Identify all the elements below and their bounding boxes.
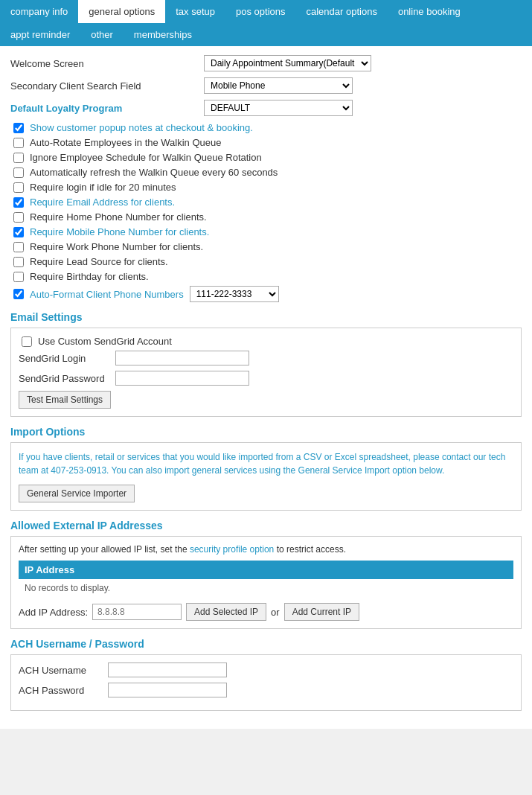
checkbox-row-1: Auto-Rotate Employees in the Walkin Queu… bbox=[10, 137, 522, 148]
checkbox-label-10: Require Birthday for clients. bbox=[30, 271, 149, 282]
email-settings-header: Email Settings bbox=[10, 311, 522, 323]
nav-row2: appt reminder other memberships bbox=[0, 23, 532, 46]
ip-table-header: IP Address bbox=[19, 561, 434, 579]
checkbox-1[interactable] bbox=[13, 138, 24, 148]
sendgrid-login-input[interactable] bbox=[115, 351, 249, 365]
phone-format-row: Auto-Format Client Phone Numbers 111-222… bbox=[10, 286, 522, 302]
security-profile-link[interactable]: security profile option bbox=[190, 544, 274, 555]
nav-tax-setup[interactable]: tax setup bbox=[165, 0, 225, 23]
nav-row1: company info general options tax setup p… bbox=[0, 0, 532, 23]
nav-general-options[interactable]: general options bbox=[78, 0, 165, 23]
loyalty-label: Default Loyalty Program bbox=[10, 103, 204, 114]
checkbox-row-5: Require Email Address for clients. bbox=[10, 197, 522, 208]
checkbox-8[interactable] bbox=[13, 242, 24, 252]
checkbox-10[interactable] bbox=[13, 272, 24, 282]
checkbox-label-2: Ignore Employee Schedule for Walkin Queu… bbox=[30, 152, 262, 163]
checkbox-label-0: Show customer popup notes at checkout & … bbox=[30, 122, 253, 133]
loyalty-select[interactable]: DEFAULT bbox=[204, 100, 353, 116]
ach-password-label: ACH Password bbox=[19, 685, 108, 696]
ip-table-header2 bbox=[434, 561, 513, 579]
import-description: If you have clients, retail or services … bbox=[19, 450, 513, 477]
phone-format-label: Auto-Format Client Phone Numbers bbox=[30, 289, 184, 300]
checkbox-row-4: Require login if idle for 20 minutes bbox=[10, 182, 522, 193]
custom-sendgrid-label: Use Custom SendGrid Account bbox=[38, 336, 172, 347]
ach-password-input[interactable] bbox=[108, 683, 227, 697]
ach-username-row: ACH Username bbox=[19, 662, 513, 677]
checkbox-row-2: Ignore Employee Schedule for Walkin Queu… bbox=[10, 152, 522, 163]
welcome-screen-label: Welcome Screen bbox=[10, 58, 204, 69]
nav-appt-reminder[interactable]: appt reminder bbox=[0, 23, 80, 46]
nav-memberships[interactable]: memberships bbox=[124, 23, 202, 46]
nav-online-booking[interactable]: online booking bbox=[388, 0, 471, 23]
custom-sendgrid-checkbox[interactable] bbox=[22, 336, 32, 347]
nav-other[interactable]: other bbox=[80, 23, 124, 46]
ip-addresses-header: Allowed External IP Addresses bbox=[10, 520, 522, 531]
checkbox-4[interactable] bbox=[13, 182, 24, 193]
secondary-client-row: Secondary Client Search Field Mobile Pho… bbox=[10, 77, 522, 94]
checkbox-row-8: Require Work Phone Number for clients. bbox=[10, 241, 522, 252]
sendgrid-login-row: SendGrid Login bbox=[19, 351, 513, 365]
nav-company-info[interactable]: company info bbox=[0, 0, 78, 23]
nav-pos-options[interactable]: pos options bbox=[225, 0, 296, 23]
ip-addresses-box: After setting up your allowed IP list, s… bbox=[10, 536, 522, 629]
secondary-client-select[interactable]: Mobile Phone bbox=[204, 77, 353, 94]
checkbox-label-1: Auto-Rotate Employees in the Walkin Queu… bbox=[30, 137, 222, 148]
ip-no-records-row: No records to display. bbox=[19, 579, 513, 597]
checkbox-label-8: Require Work Phone Number for clients. bbox=[30, 241, 203, 252]
ach-password-row: ACH Password bbox=[19, 683, 513, 697]
checkbox-label-9: Require Lead Source for clients. bbox=[30, 256, 168, 267]
checkbox-5[interactable] bbox=[13, 197, 24, 208]
ach-username-input[interactable] bbox=[108, 662, 227, 677]
welcome-screen-select[interactable]: Daily Appointment Summary(Default bbox=[204, 55, 371, 71]
welcome-screen-row: Welcome Screen Daily Appointment Summary… bbox=[10, 55, 522, 71]
secondary-client-label: Secondary Client Search Field bbox=[10, 80, 204, 92]
ip-table: IP Address No records to display. bbox=[19, 561, 513, 597]
ip-address-input[interactable] bbox=[92, 604, 182, 620]
add-selected-ip-button[interactable]: Add Selected IP bbox=[186, 603, 266, 621]
ip-add-row: Add IP Address: Add Selected IP or Add C… bbox=[19, 603, 513, 621]
checkbox-2[interactable] bbox=[13, 153, 24, 163]
or-text: or bbox=[271, 607, 280, 618]
ach-username-label: ACH Username bbox=[19, 665, 108, 676]
checkbox-row-10: Require Birthday for clients. bbox=[10, 271, 522, 282]
checkboxes-container: Show customer popup notes at checkout & … bbox=[10, 122, 522, 282]
import-options-box: If you have clients, retail or services … bbox=[10, 442, 522, 511]
checkbox-0[interactable] bbox=[13, 123, 24, 133]
sendgrid-password-input[interactable] bbox=[115, 371, 249, 386]
checkbox-6[interactable] bbox=[13, 212, 24, 223]
checkbox-label-6: Require Home Phone Number for clients. bbox=[30, 211, 207, 223]
checkbox-label-5: Require Email Address for clients. bbox=[30, 197, 175, 208]
checkbox-row-7: Require Mobile Phone Number for clients. bbox=[10, 226, 522, 237]
checkbox-7[interactable] bbox=[13, 227, 24, 237]
custom-sendgrid-row: Use Custom SendGrid Account bbox=[19, 336, 513, 347]
loyalty-row: Default Loyalty Program DEFAULT bbox=[10, 100, 522, 116]
checkbox-row-3: Automatically refresh the Walkin Queue e… bbox=[10, 167, 522, 178]
phone-format-checkbox[interactable] bbox=[13, 289, 24, 299]
ip-security-text: After setting up your allowed IP list, s… bbox=[19, 544, 513, 555]
checkbox-row-6: Require Home Phone Number for clients. bbox=[10, 211, 522, 223]
sendgrid-password-row: SendGrid Password bbox=[19, 371, 513, 386]
ip-no-records: No records to display. bbox=[19, 579, 513, 597]
checkbox-row-9: Require Lead Source for clients. bbox=[10, 256, 522, 267]
ach-header: ACH Username / Password bbox=[10, 638, 522, 650]
checkbox-label-3: Automatically refresh the Walkin Queue e… bbox=[30, 167, 278, 178]
ip-add-label: Add IP Address: bbox=[19, 607, 88, 618]
main-content: Welcome Screen Daily Appointment Summary… bbox=[0, 46, 532, 729]
add-current-ip-button[interactable]: Add Current IP bbox=[284, 603, 359, 621]
nav-calendar-options[interactable]: calendar options bbox=[296, 0, 388, 23]
checkbox-3[interactable] bbox=[13, 167, 24, 178]
checkbox-9[interactable] bbox=[13, 257, 24, 267]
checkbox-label-7: Require Mobile Phone Number for clients. bbox=[30, 226, 209, 237]
email-settings-box: Use Custom SendGrid Account SendGrid Log… bbox=[10, 328, 522, 417]
ach-box: ACH Username ACH Password bbox=[10, 654, 522, 711]
test-email-button[interactable]: Test Email Settings bbox=[19, 391, 111, 409]
sendgrid-password-label: SendGrid Password bbox=[19, 373, 115, 384]
checkbox-row-0: Show customer popup notes at checkout & … bbox=[10, 122, 522, 133]
checkbox-label-4: Require login if idle for 20 minutes bbox=[30, 182, 176, 193]
sendgrid-login-label: SendGrid Login bbox=[19, 353, 115, 364]
import-options-header: Import Options bbox=[10, 426, 522, 438]
phone-format-select[interactable]: 111-222-3333 bbox=[190, 286, 279, 302]
general-service-importer-button[interactable]: General Service Importer bbox=[19, 485, 135, 502]
